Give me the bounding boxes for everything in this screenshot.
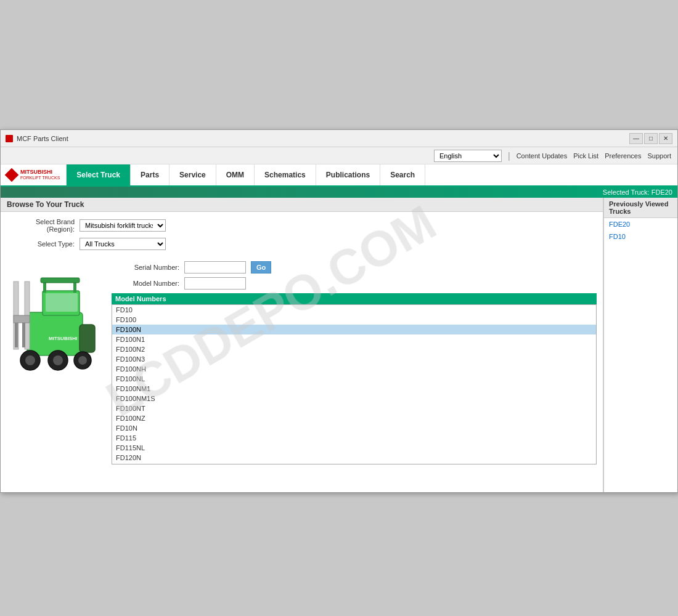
type-select[interactable]: All Trucks: [80, 238, 166, 250]
model-row: Model Number:: [112, 277, 597, 290]
close-button[interactable]: ✕: [659, 133, 672, 144]
previously-viewed-title: Previously Viewed Trucks: [604, 198, 677, 218]
model-list-item[interactable]: FD10: [112, 305, 596, 315]
tab-select-truck[interactable]: Select Truck: [67, 164, 131, 185]
nav-area: MITSUBISHI FORKLIFT TRUCKS Select Truck …: [1, 164, 677, 187]
brand-select[interactable]: Mitsubishi forklift trucks (S): [80, 219, 166, 232]
model-list-item[interactable]: FD100N1: [112, 334, 596, 344]
recent-items: FDE20FD10: [604, 218, 677, 243]
recently-viewed-item[interactable]: FD10: [604, 230, 677, 243]
model-list-item[interactable]: FD115NL: [112, 443, 596, 453]
tab-search[interactable]: Search: [380, 164, 425, 185]
top-toolbar: EnglishFrenchGermanSpanishJapanese | Con…: [1, 147, 677, 164]
serial-row: Serial Number: Go: [112, 261, 597, 274]
serial-label: Serial Number:: [112, 264, 179, 271]
model-list[interactable]: FD10FD100FD100NFD100N1FD100N2FD100N3FD10…: [112, 304, 597, 464]
selected-truck-label: Selected Truck:: [603, 188, 650, 196]
model-list-item[interactable]: FD100NT: [112, 403, 596, 413]
forklift-image: MITSUBISHI: [7, 261, 105, 384]
browse-panel-body: Select Brand (Region): Mitsubishi forkli…: [1, 212, 603, 261]
model-list-item[interactable]: FD100N: [112, 325, 596, 334]
svg-rect-2: [46, 293, 78, 312]
title-bar: MCF Parts Client — □ ✕: [1, 130, 677, 147]
model-list-item[interactable]: FD10N: [112, 423, 596, 433]
brand-sub: FORKLIFT TRUCKS: [20, 176, 60, 180]
svg-rect-0: [27, 312, 83, 355]
model-list-container: Serial Number: Go Model Number: Model Nu…: [112, 261, 597, 464]
svg-rect-16: [73, 282, 76, 293]
svg-point-10: [25, 355, 35, 365]
selected-truck-value: FDE20: [651, 188, 672, 196]
svg-rect-8: [80, 325, 95, 352]
content-updates-link[interactable]: Content Updates: [517, 152, 568, 160]
preferences-link[interactable]: Preferences: [605, 152, 641, 160]
model-list-item[interactable]: FD100NH: [112, 364, 596, 374]
model-numbers-header: Model Numbers: [112, 293, 597, 304]
tab-schematics[interactable]: Schematics: [255, 164, 316, 185]
model-list-item[interactable]: FD120N: [112, 453, 596, 463]
brand-row: Select Brand (Region): Mitsubishi forkli…: [7, 218, 597, 233]
support-link[interactable]: Support: [647, 152, 671, 160]
brand-label: Select Brand (Region):: [7, 218, 75, 233]
window-title: MCF Parts Client: [17, 135, 68, 142]
tab-omm[interactable]: OMM: [216, 164, 255, 185]
title-bar-left: MCF Parts Client: [6, 135, 68, 142]
model-list-item[interactable]: FD100NM1: [112, 384, 596, 394]
model-list-item[interactable]: FD100NZ: [112, 413, 596, 423]
maximize-button[interactable]: □: [644, 133, 658, 144]
pick-list-link[interactable]: Pick List: [573, 152, 598, 160]
type-row: Select Type: All Trucks: [7, 238, 597, 250]
svg-rect-7: [22, 323, 25, 347]
go-button[interactable]: Go: [251, 261, 271, 274]
model-list-item[interactable]: FD115: [112, 433, 596, 443]
logo-diamond: [5, 168, 19, 182]
type-label: Select Type:: [7, 240, 75, 248]
language-select[interactable]: EnglishFrenchGermanSpanishJapanese: [434, 150, 502, 162]
svg-point-12: [53, 355, 63, 365]
tab-publications[interactable]: Publications: [316, 164, 380, 185]
svg-text:MITSUBISHI: MITSUBISHI: [49, 336, 77, 341]
forklift-svg: MITSUBISHI: [9, 263, 104, 383]
main-window: MCF Parts Client — □ ✕ EnglishFrenchGerm…: [0, 129, 678, 493]
recently-viewed-item[interactable]: FDE20: [604, 218, 677, 230]
model-list-item[interactable]: FD100NM1S: [112, 394, 596, 403]
app-icon: [6, 135, 13, 142]
center-panel: Browse To Your Truck Select Brand (Regio…: [1, 198, 603, 492]
serial-input[interactable]: [184, 261, 246, 274]
model-label: Model Number:: [112, 280, 179, 287]
logo: MITSUBISHI FORKLIFT TRUCKS: [1, 164, 67, 185]
svg-rect-15: [43, 282, 46, 293]
browse-panel-title: Browse To Your Truck: [1, 198, 603, 212]
logo-text: MITSUBISHI FORKLIFT TRUCKS: [20, 169, 60, 180]
svg-rect-17: [41, 278, 80, 283]
svg-rect-5: [14, 315, 30, 323]
tab-parts[interactable]: Parts: [131, 164, 170, 185]
minimize-button[interactable]: —: [629, 133, 643, 144]
title-bar-controls: — □ ✕: [629, 133, 672, 144]
svg-rect-6: [15, 323, 18, 347]
model-list-item[interactable]: FD120N1: [112, 463, 596, 464]
right-panel: Previously Viewed Trucks FDE20FD10: [603, 198, 677, 492]
nav-tabs: Select Truck Parts Service OMM Schematic…: [67, 164, 425, 185]
svg-point-14: [78, 356, 87, 365]
toolbar-separator: |: [508, 151, 510, 161]
model-list-item[interactable]: FD100: [112, 315, 596, 325]
brand-name: MITSUBISHI: [20, 169, 60, 176]
model-list-item[interactable]: FD100N2: [112, 344, 596, 354]
model-input[interactable]: [184, 277, 246, 290]
model-list-item[interactable]: FD100N3: [112, 354, 596, 364]
tab-service[interactable]: Service: [170, 164, 216, 185]
main-content: Browse To Your Truck Select Brand (Regio…: [1, 198, 677, 492]
content-row: MITSUBISHI Serial Number: Go Model Numbe…: [1, 261, 603, 471]
model-list-item[interactable]: FD100NL: [112, 374, 596, 384]
selected-truck-bar: Selected Truck: FDE20: [1, 187, 677, 198]
